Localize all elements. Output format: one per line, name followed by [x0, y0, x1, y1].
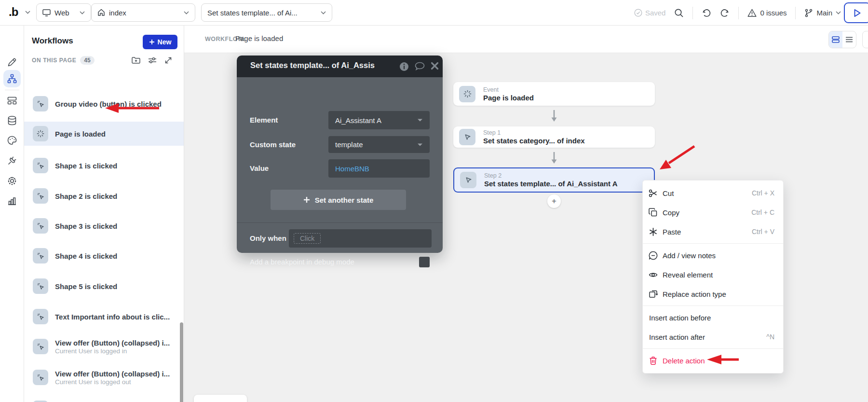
workflow-list-item[interactable]: Group video (button) is clicked [24, 92, 184, 116]
expand-arrows-icon[interactable] [163, 55, 173, 65]
logo-chevron-down-icon[interactable] [25, 11, 30, 14]
click-placeholder[interactable]: Click [294, 233, 321, 244]
styles-palette-icon[interactable] [7, 135, 17, 146]
filter-sliders-icon[interactable] [148, 55, 157, 65]
click-event-icon [33, 218, 48, 234]
canvas-header: WORKFLOW: Page is loaded [184, 26, 868, 53]
home-icon [97, 9, 105, 16]
custom-state-dropdown[interactable]: template [328, 136, 430, 153]
dialog-header[interactable]: Set states template... of Ai_Assis [237, 55, 443, 77]
comment-icon[interactable] [415, 62, 424, 71]
workflow-list-item[interactable]: View offer (Button) (collapsed) i... Cur… [24, 333, 184, 360]
workflow-list-item[interactable]: Shape 2 is clicked [24, 184, 184, 208]
dialog-title: Set states template... of Ai_Assis [250, 61, 375, 70]
workflow-list-item[interactable]: View offer (Button) is clicked [24, 396, 184, 402]
paste-asterisk-icon [649, 227, 658, 236]
click-event-icon [33, 278, 48, 294]
click-event-icon [33, 188, 48, 204]
page-selector[interactable]: index [91, 3, 195, 22]
environment-label: Web [54, 9, 69, 17]
plus-icon [303, 196, 310, 203]
click-event-icon [33, 339, 48, 354]
menu-item-copy[interactable]: Copy Ctrl + C [643, 203, 783, 222]
click-event-icon [33, 248, 48, 263]
workflow-list-item[interactable]: Shape 1 is clicked [24, 153, 184, 178]
only-when-input[interactable]: Click [289, 229, 432, 248]
chevron-down-icon [417, 143, 423, 147]
close-icon[interactable] [431, 62, 440, 71]
click-event-icon [33, 309, 48, 324]
saved-label: Saved [645, 9, 666, 17]
issues-indicator[interactable]: 0 issues [747, 9, 787, 17]
menu-item-delete-action[interactable]: Delete action [643, 351, 783, 370]
card-view-button[interactable] [829, 31, 842, 48]
shortcut: Ctrl + X [752, 189, 774, 197]
bubble-logo[interactable]: .b [9, 5, 18, 19]
value-label: Value [250, 164, 269, 172]
workflow-list-item[interactable]: Shape 3 is clicked [24, 214, 184, 238]
workflow-list-item[interactable]: Shape 4 is clicked [24, 244, 184, 268]
panel-title: Workflows [32, 36, 73, 46]
panel-scrollbar[interactable] [180, 322, 183, 402]
canvas-zoom-control[interactable] [194, 395, 247, 402]
plugins-plug-icon[interactable] [7, 155, 17, 166]
eye-icon [649, 270, 658, 279]
trash-icon [649, 356, 658, 365]
branch-label: Main [816, 9, 832, 17]
git-branch-icon [804, 9, 813, 17]
workflow-list-item[interactable]: Shape 5 is clicked [24, 274, 184, 298]
stacked-cards-icon [832, 36, 840, 43]
flow-node-step1[interactable]: Step 1 Set states category... of index [453, 126, 655, 148]
branch-selector[interactable]: Main [804, 9, 841, 17]
context-menu: Cut Ctrl + X Copy Ctrl + C Paste Ctrl + … [642, 180, 784, 374]
workflow-list-item[interactable]: Text Important info about is clic... [24, 305, 184, 329]
list-view-button[interactable] [842, 31, 856, 48]
flow-node-step2-selected[interactable]: Step 2 Set states template... of Ai_Assi… [453, 167, 655, 193]
design-pencil-icon[interactable] [7, 57, 17, 68]
environment-selector[interactable]: Web [36, 3, 91, 22]
preview-run-button[interactable] [844, 2, 868, 23]
add-action-button[interactable]: + [547, 194, 561, 208]
chevron-down-icon [836, 11, 841, 14]
info-icon[interactable] [399, 62, 409, 71]
menu-item-add-view-notes[interactable]: Add / view notes [643, 246, 783, 265]
plus-icon [149, 39, 155, 45]
menu-item-reveal-element[interactable]: Reveal element [643, 265, 783, 284]
dialog-body: Element Ai_Assistant A Custom state temp… [237, 77, 443, 253]
view-toggle [828, 31, 856, 48]
search-icon[interactable] [674, 8, 684, 18]
workflow-selector-label: Set states template... of Ai... [207, 9, 298, 17]
menu-item-cut[interactable]: Cut Ctrl + X [643, 183, 783, 203]
settings-gear-icon[interactable] [7, 176, 17, 186]
shortcut: ^N [766, 333, 774, 341]
breakpoint-label: Add a breakpoint in debug mode [250, 258, 354, 266]
menu-item-paste[interactable]: Paste Ctrl + V [643, 222, 783, 241]
workflow-list-item-selected[interactable]: Page is loaded [24, 122, 184, 146]
shortcut: Ctrl + V [752, 228, 774, 236]
menu-item-insert-action-after[interactable]: Insert action after ^N [643, 327, 783, 347]
folder-plus-icon[interactable] [131, 55, 141, 65]
element-dropdown[interactable]: Ai_Assistant A [328, 111, 430, 129]
element-label: Element [250, 116, 278, 124]
redo-icon[interactable] [720, 8, 730, 18]
new-workflow-button[interactable]: New [143, 35, 177, 49]
set-another-state-button[interactable]: Set another state [271, 190, 406, 210]
undo-icon[interactable] [702, 8, 711, 18]
workflow-sitemap-icon[interactable] [7, 73, 17, 84]
value-expression[interactable]: HomeBNB [335, 165, 369, 173]
value-input[interactable]: HomeBNB [328, 159, 430, 178]
menu-item-replace-action-type[interactable]: Replace action type [643, 284, 783, 304]
components-icon[interactable] [7, 95, 17, 106]
database-icon[interactable] [7, 115, 17, 126]
node-title: Page is loaded [483, 94, 534, 102]
breakpoint-checkbox[interactable] [419, 257, 430, 267]
menu-item-insert-action-before[interactable]: Insert action before [643, 308, 783, 327]
workflow-selector[interactable]: Set states template... of Ai... [201, 3, 332, 22]
partial-toolbar-button[interactable] [862, 31, 868, 48]
flow-node-event[interactable]: Event Page is loaded [453, 82, 655, 106]
chevron-down-icon [321, 11, 326, 14]
page-load-icon [459, 86, 475, 102]
workflow-list-item[interactable]: View offer (Button) (collapsed) i... Cur… [24, 364, 184, 390]
page-load-icon [33, 126, 48, 141]
logs-chart-icon[interactable] [7, 195, 17, 206]
